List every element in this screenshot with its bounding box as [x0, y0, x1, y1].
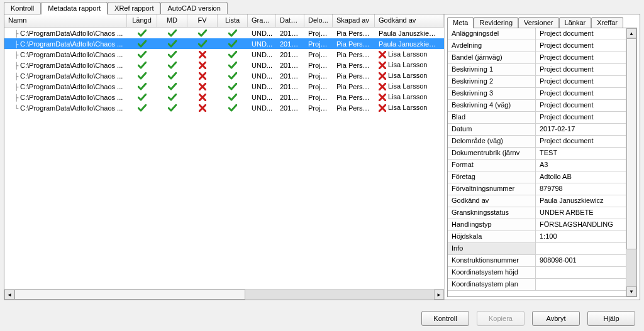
grid-body[interactable]: ├C:\ProgramData\Adtollo\Chaos ...UND...2…	[4, 28, 444, 289]
column-header[interactable]: FV	[187, 14, 218, 27]
scroll-thumb[interactable]	[14, 290, 245, 300]
scroll-track[interactable]	[14, 290, 434, 300]
property-row[interactable]: Datum2017-02-17	[448, 124, 626, 136]
property-value[interactable]	[536, 243, 626, 254]
column-header[interactable]: Godkänd av	[375, 14, 444, 27]
fail-icon	[379, 83, 386, 90]
property-value[interactable]: UNDER ARBETE	[536, 207, 626, 219]
right-tab[interactable]: Xreffar	[591, 17, 623, 28]
property-value[interactable]: 2017-02-17	[536, 124, 626, 135]
property-row[interactable]: Beskrivning 2Project document	[448, 76, 626, 88]
column-header[interactable]: Längd	[127, 14, 157, 27]
property-value[interactable]: A3	[536, 160, 626, 171]
skapad-cell: Pia Persson	[333, 29, 375, 38]
table-row[interactable]: ├C:\ProgramData\Adtollo\Chaos ...UND...2…	[4, 49, 444, 60]
property-value[interactable]: Project document	[536, 76, 626, 87]
property-row[interactable]: Höjdskala1:100	[448, 231, 626, 243]
property-value[interactable]: Project document	[536, 40, 626, 52]
table-row[interactable]: └C:\ProgramData\Adtollo\Chaos ...UND...2…	[4, 102, 444, 113]
property-row[interactable]: FormatA3	[448, 160, 626, 171]
property-key: Granskningsstatus	[448, 207, 536, 219]
top-tab[interactable]: XRef rapport	[108, 2, 160, 14]
column-header[interactable]: Namn	[4, 14, 127, 27]
property-row[interactable]: AnläggningsdelProject document	[448, 28, 626, 40]
property-row[interactable]: Delområde (väg)Project document	[448, 136, 626, 148]
property-row[interactable]: Förvaltningsnummer879798	[448, 183, 626, 195]
property-value[interactable]: Project document	[536, 112, 626, 123]
scroll-up-button[interactable]: ▲	[626, 28, 636, 38]
property-value[interactable]: TEST	[536, 148, 626, 159]
property-value[interactable]: Adtollo AB	[536, 171, 626, 183]
vscroll-track[interactable]	[626, 38, 636, 286]
property-value[interactable]	[536, 267, 626, 278]
table-row[interactable]: ├C:\ProgramData\Adtollo\Chaos ...UND...2…	[4, 81, 444, 92]
scroll-down-button[interactable]: ▼	[626, 286, 636, 296]
property-row[interactable]: Beskrivning 1Project document	[448, 64, 626, 76]
kontroll-button[interactable]: Kontroll	[421, 311, 469, 326]
property-value[interactable]: Project document	[536, 100, 626, 111]
top-tab[interactable]: Kontroll	[4, 2, 41, 14]
column-header[interactable]: Skapad av	[333, 14, 375, 27]
right-tab[interactable]: Länkar	[559, 17, 592, 28]
property-value[interactable]: FÖRSLAGSHANDLING	[536, 219, 626, 231]
delo-cell: Proje...	[304, 40, 333, 48]
property-row[interactable]: Dokumentrubrik (järnvTEST	[448, 148, 626, 160]
column-header[interactable]: Lista	[218, 14, 248, 27]
right-tab[interactable]: Versioner	[518, 17, 558, 28]
name-cell: ├C:\ProgramData\Adtollo\Chaos ...	[4, 29, 127, 38]
vscroll-thumb[interactable]	[626, 38, 636, 249]
horizontal-scrollbar[interactable]: ◄ ►	[4, 289, 444, 300]
right-tab[interactable]: Revidering	[474, 17, 518, 28]
main-panel: NamnLängdMDFVListaGran...DatumDelo...Ska…	[4, 14, 640, 300]
property-key: Beskrivning 2	[448, 76, 536, 87]
property-value[interactable]: Project document	[536, 52, 626, 63]
property-row[interactable]: Godkänd avPaula Januszkiewicz	[448, 195, 626, 207]
hjalp-button[interactable]: Hjälp	[587, 311, 635, 326]
property-row[interactable]: FöretagAdtollo AB	[448, 171, 626, 183]
property-row[interactable]: Koordinatsystem plan	[448, 279, 626, 291]
property-row[interactable]: AvdelningProject document	[448, 40, 626, 52]
name-cell: ├C:\ProgramData\Adtollo\Chaos ...	[4, 82, 127, 91]
top-tab[interactable]: AutoCAD version	[160, 2, 227, 14]
property-value[interactable]: Paula Januszkiewicz	[536, 195, 626, 207]
datum-cell: 2017...	[276, 72, 304, 80]
avbryt-button[interactable]: Avbryt	[532, 311, 580, 326]
property-value[interactable]: Project document	[536, 136, 626, 147]
property-row[interactable]: Konstruktionsnummer908098-001	[448, 255, 626, 267]
property-value[interactable]: Project document	[536, 64, 626, 75]
langd-status-icon	[127, 62, 157, 69]
godkand-cell: Lisa Larsson	[375, 82, 444, 91]
gran-cell: UND...	[248, 72, 276, 80]
table-row[interactable]: ├C:\ProgramData\Adtollo\Chaos ...UND...2…	[4, 60, 444, 70]
vertical-scrollbar[interactable]: ▲ ▼	[626, 28, 636, 296]
property-value[interactable]: Project document	[536, 28, 626, 40]
scroll-right-button[interactable]: ►	[434, 290, 444, 300]
property-grid[interactable]: AnläggningsdelProject documentAvdelningP…	[447, 28, 637, 297]
column-header[interactable]: Gran...	[248, 14, 276, 27]
property-value[interactable]: 879798	[536, 183, 626, 195]
property-row[interactable]: Koordinatsystem höjd	[448, 267, 626, 279]
table-row[interactable]: ├C:\ProgramData\Adtollo\Chaos ...UND...2…	[4, 28, 444, 38]
property-value[interactable]: Project document	[536, 88, 626, 99]
scroll-left-button[interactable]: ◄	[4, 290, 14, 300]
property-row[interactable]: Beskrivning 4 (väg)Project document	[448, 100, 626, 112]
property-value[interactable]: 1:100	[536, 231, 626, 242]
property-row[interactable]: BladProject document	[448, 112, 626, 124]
right-tab[interactable]: Meta	[447, 17, 474, 28]
table-row[interactable]: ├C:\ProgramData\Adtollo\Chaos ...UND...2…	[4, 70, 444, 81]
table-row[interactable]: ├C:\ProgramData\Adtollo\Chaos ...UND...2…	[4, 38, 444, 49]
column-header[interactable]: MD	[157, 14, 187, 27]
property-row[interactable]: Beskrivning 3Project document	[448, 88, 626, 100]
property-value[interactable]: 908098-001	[536, 255, 626, 266]
column-header[interactable]: Delo...	[304, 14, 333, 27]
top-tab[interactable]: Metadata rapport	[41, 2, 108, 14]
property-row[interactable]: Info	[448, 243, 626, 255]
property-row[interactable]: Bandel (järnväg)Project document	[448, 52, 626, 64]
property-value[interactable]	[536, 279, 626, 290]
md-status-icon	[157, 94, 187, 101]
table-row[interactable]: ├C:\ProgramData\Adtollo\Chaos ...UND...2…	[4, 92, 444, 102]
column-header[interactable]: Datum	[276, 14, 304, 27]
property-key: Datum	[448, 124, 536, 135]
property-row[interactable]: GranskningsstatusUNDER ARBETE	[448, 207, 626, 219]
property-row[interactable]: HandlingstypFÖRSLAGSHANDLING	[448, 219, 626, 231]
